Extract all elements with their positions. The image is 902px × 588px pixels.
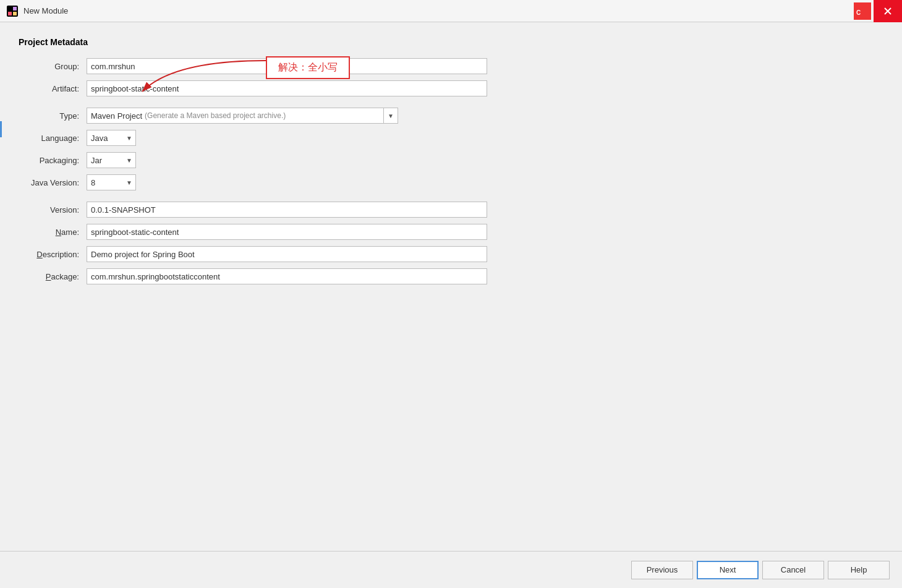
type-main-value: Maven Project xyxy=(91,111,142,121)
name-row: Name: xyxy=(19,224,883,240)
packaging-label: Packaging: xyxy=(19,156,87,165)
artifact-row: Artifact: xyxy=(19,80,883,96)
version-input[interactable] xyxy=(87,202,487,218)
java-version-label: Java Version: xyxy=(19,178,87,187)
type-select-wrapper: Maven Project (Generate a Maven based pr… xyxy=(87,108,398,124)
java-version-select[interactable]: 8 11 17 xyxy=(87,174,136,190)
description-label: Description: xyxy=(19,250,87,259)
previous-button[interactable]: Previous xyxy=(631,561,693,579)
svg-rect-2 xyxy=(13,7,17,11)
type-hint: (Generate a Maven based project archive.… xyxy=(145,111,286,120)
description-input[interactable] xyxy=(87,246,487,262)
type-dropdown-button[interactable]: ▼ xyxy=(383,108,398,124)
svg-rect-3 xyxy=(13,12,17,15)
csdn-logo: C xyxy=(854,2,871,20)
left-accent xyxy=(0,121,2,137)
java-version-select-wrapper: 8 11 17 ▼ xyxy=(87,174,136,190)
help-button[interactable]: Help xyxy=(828,561,890,579)
package-input[interactable] xyxy=(87,268,487,284)
language-select[interactable]: Java Kotlin Groovy xyxy=(87,130,136,146)
description-row: Description: xyxy=(19,246,883,262)
svg-text:C: C xyxy=(856,9,861,16)
type-select-main: Maven Project (Generate a Maven based pr… xyxy=(87,108,383,124)
package-row: Package: xyxy=(19,268,883,284)
package-label: Package: xyxy=(19,272,87,281)
packaging-select[interactable]: Jar War xyxy=(87,152,136,168)
group-label: Group: xyxy=(19,62,87,71)
package-label-text: Package: xyxy=(46,272,79,281)
artifact-input[interactable] xyxy=(87,80,487,96)
packaging-row: Packaging: Jar War ▼ xyxy=(19,152,883,168)
name-input[interactable] xyxy=(87,224,487,240)
packaging-select-wrapper: Jar War ▼ xyxy=(87,152,136,168)
artifact-label: Artifact: xyxy=(19,84,87,93)
description-label-text: Description: xyxy=(36,250,79,259)
language-select-wrapper: Java Kotlin Groovy ▼ xyxy=(87,130,136,146)
group-row: Group: xyxy=(19,58,883,74)
dialog-title: New Module xyxy=(23,6,68,15)
app-icon xyxy=(6,5,19,17)
java-version-row: Java Version: 8 11 17 ▼ xyxy=(19,174,883,190)
type-row: Type: Maven Project (Generate a Maven ba… xyxy=(19,108,883,124)
svg-rect-1 xyxy=(8,12,12,15)
name-label-text: Name: xyxy=(56,228,79,237)
section-title: Project Metadata xyxy=(19,37,883,47)
annotation-box: 解决：全小写 xyxy=(266,56,350,79)
button-bar: Previous Next Cancel Help xyxy=(0,551,902,588)
language-row: Language: Java Kotlin Groovy ▼ xyxy=(19,130,883,146)
close-button[interactable] xyxy=(874,0,902,22)
dialog-content: Project Metadata 解决：全小写 Group: Artifact:… xyxy=(0,22,902,551)
language-label: Language: xyxy=(19,134,87,143)
type-label: Type: xyxy=(19,111,87,121)
title-bar: New Module C xyxy=(0,0,902,22)
next-button[interactable]: Next xyxy=(697,561,759,579)
version-label: Version: xyxy=(19,205,87,215)
version-row: Version: xyxy=(19,202,883,218)
cancel-button[interactable]: Cancel xyxy=(762,561,824,579)
annotation-text: 解决：全小写 xyxy=(278,62,338,72)
name-label: Name: xyxy=(19,228,87,237)
